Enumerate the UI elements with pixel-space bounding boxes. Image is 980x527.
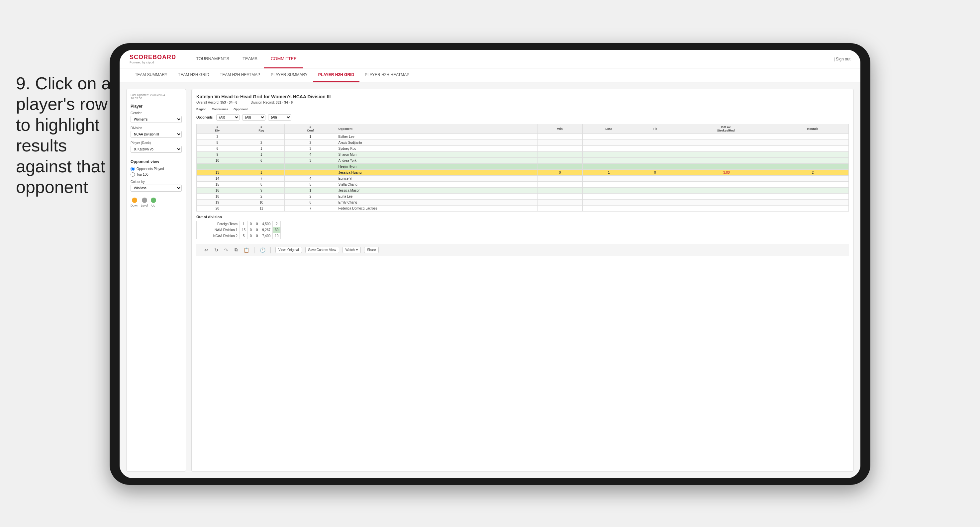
table-row[interactable]: 15 8 5 Stella Chang: [197, 182, 849, 187]
tab-team-h2h-heatmap[interactable]: TEAM H2H HEATMAP: [215, 68, 266, 83]
filter-group-conference: Conference: [212, 108, 229, 111]
bottom-toolbar: ↩ ↻ ↷ ⧉ 📋 🕐 View: Original Save Custom V…: [196, 244, 849, 256]
out-of-division-table: Foreign Team 1 0 0 4,500 2 NAIA Division…: [196, 221, 281, 239]
redo-icon-2[interactable]: ↷: [223, 247, 229, 253]
sub-nav: TEAM SUMMARY TEAM H2H GRID TEAM H2H HEAT…: [119, 68, 861, 83]
filter-row: Region Conference Opponent: [196, 108, 849, 111]
filter-opponent-select[interactable]: (All): [268, 114, 291, 121]
toolbar-separator-2: [270, 247, 271, 253]
legend-down-dot: [132, 198, 137, 203]
share-button[interactable]: Share: [364, 247, 379, 253]
overall-record-label: Overall Record: 353 - 34 - 6: [196, 101, 237, 104]
table-row[interactable]: 10 6 3 Andrea York: [197, 158, 849, 164]
player-rank-label: Player (Rank): [130, 141, 182, 145]
view-original-label: View: Original: [278, 248, 299, 252]
col-header-opponent: Opponent: [336, 124, 537, 134]
sign-out-button[interactable]: | Sign out: [834, 57, 851, 62]
table-row[interactable]: 6 1 3 Sydney Kuo: [197, 146, 849, 152]
legend-level-dot: [142, 198, 147, 203]
col-header-conf: #Conf: [284, 124, 336, 134]
table-row[interactable]: 5 2 2 Alexis Sudjianto: [197, 140, 849, 146]
redo-icon-1[interactable]: ↻: [213, 247, 220, 253]
colour-legend: Down Level Up: [130, 198, 182, 207]
filter-region-label: Region: [196, 108, 207, 111]
filter-group-region: Region: [196, 108, 207, 111]
table-row[interactable]: Heejin Hyun: [197, 164, 849, 170]
filter-opponent-label: Opponent: [234, 108, 248, 111]
watch-label: Watch: [345, 248, 355, 252]
out-of-division-title: Out of division: [196, 215, 849, 219]
last-updated: Last Updated: 27/03/2024 16:55:38: [130, 93, 182, 100]
left-panel: Last Updated: 27/03/2024 16:55:38 Player…: [126, 89, 186, 471]
share-label: Share: [367, 248, 376, 252]
jessica-huang-row[interactable]: 13 1 Jessica Huang 0 1 0 -3.00 2: [197, 170, 849, 176]
gender-select[interactable]: Women's: [130, 116, 182, 123]
colour-by-label: Colour by: [130, 180, 182, 184]
table-row[interactable]: 18 2 2 Euna Lee: [197, 194, 849, 200]
legend-up-dot: [151, 198, 156, 203]
player-rank-select[interactable]: 8. Katelyn Vo: [130, 146, 182, 153]
filter-conference-select[interactable]: (All): [242, 114, 266, 121]
filter-region-select[interactable]: (All): [216, 114, 240, 121]
paste-icon[interactable]: 📋: [243, 247, 250, 253]
toolbar-separator-1: [254, 247, 255, 253]
table-row[interactable]: 3 1 Esther Lee: [197, 134, 849, 140]
copy-icon[interactable]: ⧉: [233, 247, 240, 253]
save-custom-view-button[interactable]: Save Custom View: [305, 247, 339, 253]
col-header-tie: Tie: [635, 124, 675, 134]
filter-group-opponent: Opponent: [234, 108, 248, 111]
table-row[interactable]: 9 1 4 Sharon Mun: [197, 152, 849, 158]
nav-bar: SCOREBOARD Powered by clippd TOURNAMENTS…: [119, 50, 861, 68]
tab-team-h2h-grid[interactable]: TEAM H2H GRID: [173, 68, 215, 83]
instruction-body: Click on a player's row to highlight res…: [16, 74, 111, 197]
table-row[interactable]: 20 11 7 Federica Domecq Lacroze: [197, 206, 849, 211]
table-row[interactable]: 16 9 1 Jessica Mason: [197, 187, 849, 194]
tab-team-summary[interactable]: TEAM SUMMARY: [130, 68, 173, 83]
player-section-title: Player: [130, 104, 182, 109]
legend-up-label: Up: [151, 204, 156, 207]
grid-records: Overall Record: 353 - 34 - 6 Division Re…: [196, 101, 849, 104]
out-of-division-row: NAIA Division 1 15 0 0 9,267 30: [197, 227, 281, 233]
main-content: Last Updated: 27/03/2024 16:55:38 Player…: [119, 83, 861, 478]
table-row[interactable]: 14 7 4 Eunice Yi: [197, 176, 849, 182]
watch-button[interactable]: Watch ▾: [342, 247, 361, 253]
tab-player-h2h-heatmap[interactable]: PLAYER H2H HEATMAP: [360, 68, 415, 83]
nav-committee[interactable]: COMMITTEE: [264, 50, 303, 68]
tablet-frame: SCOREBOARD Powered by clippd TOURNAMENTS…: [110, 43, 870, 485]
gender-label: Gender: [130, 111, 182, 115]
tab-player-h2h-grid[interactable]: PLAYER H2H GRID: [313, 68, 360, 83]
legend-level-label: Level: [141, 204, 148, 207]
nav-tournaments[interactable]: TOURNAMENTS: [189, 50, 236, 68]
instruction-number: 9.: [16, 74, 30, 93]
logo-title: SCOREBOARD: [130, 54, 176, 61]
legend-down-label: Down: [130, 204, 138, 207]
division-record-label: Division Record: 331 - 34 - 6: [250, 101, 293, 104]
radio-opponents-played[interactable]: Opponents Played: [130, 167, 182, 171]
col-header-loss: Loss: [583, 124, 635, 134]
opponent-view-options: Opponents Played Top 100: [130, 167, 182, 177]
col-header-win: Win: [537, 124, 583, 134]
nav-items: TOURNAMENTS TEAMS COMMITTEE: [189, 50, 834, 68]
opponents-label: Opponents:: [196, 116, 213, 119]
division-select[interactable]: NCAA Division III: [130, 131, 182, 138]
instruction-text: 9. Click on a player's row to highlight …: [16, 73, 112, 197]
logo-subtitle: Powered by clippd: [130, 61, 176, 64]
col-header-rounds: Rounds: [777, 124, 848, 134]
opponents-filter-row: Opponents: (All) (All) (All): [196, 114, 849, 121]
col-header-div: #Div: [197, 124, 238, 134]
opponent-view-title: Opponent view: [130, 159, 182, 164]
tablet-screen: SCOREBOARD Powered by clippd TOURNAMENTS…: [119, 50, 861, 478]
grid-title: Katelyn Vo Head-to-Head Grid for Women's…: [196, 94, 849, 99]
tab-player-summary[interactable]: PLAYER SUMMARY: [266, 68, 313, 83]
nav-teams[interactable]: TEAMS: [236, 50, 264, 68]
clock-icon[interactable]: 🕐: [259, 247, 266, 253]
h2h-table: #Div #Reg #Conf Opponent Win Loss Tie Di…: [196, 124, 849, 211]
radio-top-100[interactable]: Top 100: [130, 172, 182, 177]
undo-icon[interactable]: ↩: [203, 247, 210, 253]
view-original-button[interactable]: View: Original: [275, 247, 302, 253]
table-row[interactable]: 19 10 6 Emily Chang: [197, 200, 849, 206]
colour-by-select[interactable]: Win/loss: [130, 185, 182, 192]
col-header-reg: #Reg: [238, 124, 284, 134]
app-logo: SCOREBOARD Powered by clippd: [130, 54, 176, 64]
filter-conference-label: Conference: [212, 108, 229, 111]
